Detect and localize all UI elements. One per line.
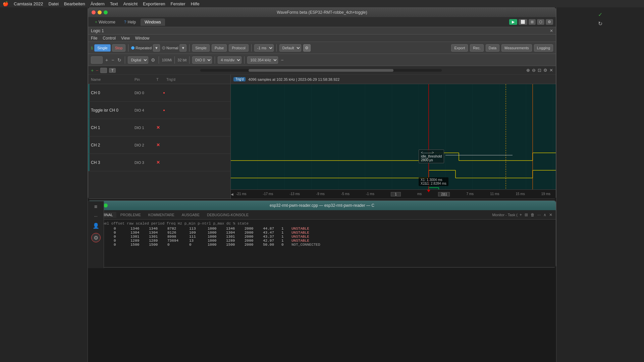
dio-select[interactable]: DIO 0 — [192, 56, 212, 64]
settings-icon[interactable]: ⚙ — [150, 57, 156, 63]
delta-input[interactable] — [438, 192, 450, 196]
term-row-4: 4 0 1500 1500 0 0 1000 1500 2000 50.00 0… — [94, 243, 550, 247]
channel-color-button[interactable] — [100, 68, 107, 73]
sidebar-menu-btn[interactable]: ≡ — [94, 204, 97, 210]
close-button[interactable] — [92, 10, 96, 14]
export-button[interactable]: Export — [451, 44, 468, 52]
toggle-pin: DIO 4 — [135, 108, 156, 112]
term-tab-debug[interactable]: DEBUGGING-KONSOLE — [204, 212, 252, 218]
logic-window: Logic 1 ✕ File Control View Window 1 Sin… — [88, 27, 556, 199]
freq-select[interactable]: 102.354 kHz — [247, 56, 278, 64]
sidebar-dots-btn[interactable]: ··· — [94, 214, 97, 219]
zoom-in-btn[interactable]: ⊕ — [526, 68, 530, 73]
sidebar-icon-check[interactable]: ✓ — [598, 11, 602, 18]
fit-btn[interactable]: ⊡ — [538, 68, 541, 73]
zoom-out-btn[interactable]: ⊖ — [532, 68, 536, 73]
stop-button[interactable]: Stop — [112, 44, 126, 52]
waveform-area[interactable]: <--------> idle_threshold 2800 μs X1: 1.… — [231, 84, 556, 189]
sidebar-gear2-btn[interactable]: ⚙ — [91, 233, 101, 242]
refresh-icon[interactable]: ↻ — [117, 57, 122, 63]
term-btn-dots[interactable]: ··· — [537, 213, 541, 217]
menu-control[interactable]: Control — [103, 36, 116, 41]
sidebar-icon-spinner[interactable]: ↻ — [598, 20, 602, 27]
menu-text[interactable]: Text — [110, 1, 118, 6]
minimize-button[interactable] — [98, 10, 102, 14]
remove-channel-button[interactable]: − — [96, 68, 98, 73]
term-btn-trash[interactable]: 🗑 — [530, 213, 535, 217]
simple-button[interactable]: Simple — [192, 44, 210, 52]
logic-close[interactable]: ✕ — [550, 28, 553, 33]
count-input[interactable]: 10 — [91, 56, 103, 64]
tab-action-gear[interactable]: ⚙ — [546, 19, 553, 25]
plus-icon: + — [95, 20, 97, 24]
term-btn-1[interactable]: + — [519, 213, 523, 217]
channel-label-input[interactable] — [109, 68, 116, 73]
menu-window[interactable]: Window — [135, 36, 150, 41]
menu-datei[interactable]: Datei — [48, 1, 58, 6]
pulse-button[interactable]: Pulse — [212, 44, 227, 52]
repeated-radio[interactable]: Repeated — [131, 46, 152, 50]
term-btn-2[interactable]: ⊞ — [524, 213, 529, 217]
menu-view[interactable]: View — [121, 36, 130, 41]
time-select[interactable]: -1 ms — [254, 44, 274, 52]
close2-btn[interactable]: ✕ — [549, 68, 553, 73]
col-trig: Trig'd — [166, 77, 175, 81]
tab-action-2[interactable]: ⊞ — [529, 19, 536, 25]
term-row-1: 1 0 1304 1304 9126 109 1000 1304 2000 43… — [94, 231, 550, 235]
term-tab-kommentare[interactable]: KOMMENTARE — [145, 212, 178, 218]
repeated-dropdown[interactable]: ▼ — [153, 44, 160, 52]
term-btn-close[interactable]: ✕ — [548, 213, 553, 217]
menu-bearbeiten[interactable]: Bearbeiten — [64, 1, 85, 6]
logging-button[interactable]: Logging — [534, 44, 553, 52]
annotation-arrow-text: <--------> — [421, 151, 442, 155]
normal-radio[interactable]: Normal — [162, 46, 178, 50]
menu-file[interactable]: File — [91, 36, 97, 41]
term-row-3: 3 0 1289 1289 73694 13 1000 1289 2000 42… — [94, 239, 550, 243]
measurements-button[interactable]: Measurements — [501, 44, 532, 52]
rec-button[interactable]: Rec. — [470, 44, 484, 52]
term-tab-ausgabe[interactable]: AUSGABE — [178, 212, 203, 218]
separator-9 — [215, 56, 215, 64]
mac-menubar: 🍎 Camtasia 2022 Datei Bearbeiten Ändern … — [0, 0, 644, 7]
digital-select[interactable]: Digital — [128, 56, 148, 64]
sidebar-user-btn[interactable]: 👤 — [93, 223, 99, 229]
settings2-btn[interactable]: ⚙ — [543, 68, 547, 73]
tab-action-green[interactable]: ▶ — [509, 19, 517, 25]
tab-windows[interactable]: Windows — [141, 18, 165, 26]
term-btn-minimize[interactable]: ∧ — [543, 213, 547, 217]
add-channel-button[interactable]: + — [91, 68, 94, 73]
timeline-input[interactable] — [391, 192, 401, 196]
menu-exportieren[interactable]: Exportieren — [143, 1, 165, 6]
menu-app[interactable]: Camtasia 2022 — [14, 1, 43, 6]
gear-button[interactable]: ⚙ — [303, 44, 311, 52]
tab-help[interactable]: ? Help — [120, 18, 140, 26]
apple-icon[interactable]: 🍎 — [3, 1, 8, 6]
menu-andern[interactable]: Ändern — [91, 1, 105, 6]
normal-dropdown[interactable]: ▼ — [179, 44, 186, 52]
terminal-titlebar: esp32-rmt-pwm-reader.cpp — esp32-rmt-pwm… — [88, 201, 556, 210]
menu-fenster[interactable]: Fenster — [171, 1, 185, 6]
monitor-label: Monitor - Task ( — [492, 213, 518, 217]
default-select[interactable]: Default — [279, 44, 301, 52]
plus-icon[interactable]: + — [105, 57, 109, 63]
separator-3 — [251, 44, 252, 52]
channel-add-bar: + − ⊕ ⊖ ⊡ ⚙ ✕ — [88, 66, 556, 75]
ch1-pin: DIO 1 — [135, 126, 156, 130]
data-button[interactable]: Data — [486, 44, 499, 52]
minus2-icon[interactable]: − — [280, 57, 284, 63]
menu-hilfe[interactable]: Hilfe — [191, 1, 200, 6]
tab-action-3[interactable]: ⬡ — [537, 19, 544, 25]
menu-ansicht[interactable]: Ansicht — [123, 1, 138, 6]
term-tab-probleme[interactable]: PROBLEME — [117, 212, 144, 218]
scroll-thumb[interactable] — [249, 69, 393, 72]
right-sidebar: ✓ ↻ — [556, 7, 644, 362]
terminal-maximize-btn[interactable] — [104, 203, 108, 207]
minus-icon[interactable]: − — [111, 57, 115, 63]
msdiv-select[interactable]: 4 ms/div — [218, 56, 241, 64]
scroll-left[interactable]: ◀ — [231, 192, 233, 196]
tab-welcome[interactable]: + Welcome — [91, 18, 119, 26]
single-button[interactable]: Single — [94, 44, 111, 52]
maximize-button[interactable] — [104, 10, 108, 14]
tab-action-1[interactable]: ⬜ — [519, 19, 527, 25]
protocol-button[interactable]: Protocol — [229, 44, 248, 52]
